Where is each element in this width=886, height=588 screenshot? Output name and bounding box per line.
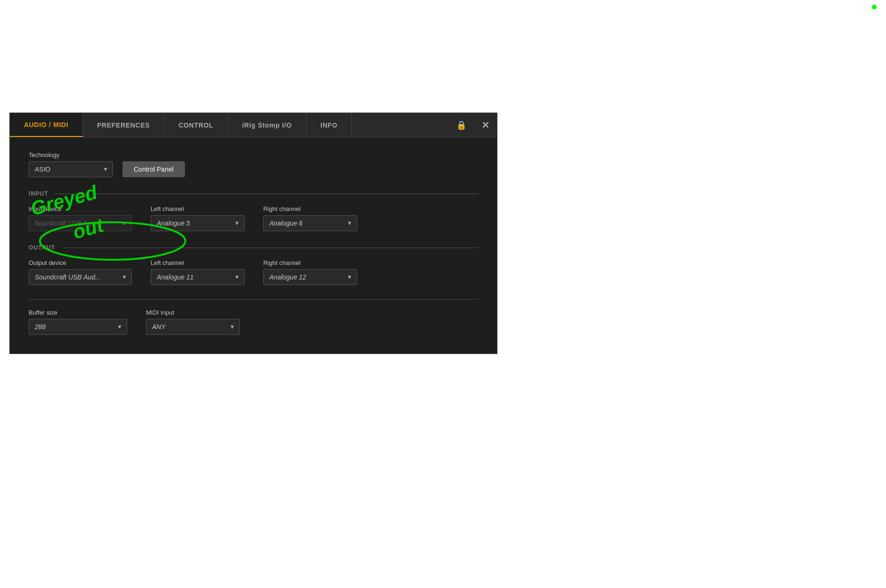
close-button[interactable]: ✕ xyxy=(474,113,497,137)
technology-row: Technology ASIO WASAPI DirectSound ▼ Con… xyxy=(29,151,478,177)
input-device-select-wrapper: Soundcraft USB Aud... None ▼ xyxy=(29,215,132,231)
input-right-channel-field: Right channel Analogue 6 Analogue 1 Anal… xyxy=(263,205,357,231)
input-left-channel-select-wrapper: Analogue 5 Analogue 1 Analogue 2 ▼ xyxy=(151,215,244,231)
midi-input-select-wrapper: ANY None ▼ xyxy=(146,319,240,335)
buffer-size-select[interactable]: 288 512 1024 2048 xyxy=(29,319,127,335)
technology-select[interactable]: ASIO WASAPI DirectSound xyxy=(29,161,113,177)
input-device-select[interactable]: Soundcraft USB Aud... None xyxy=(29,215,132,231)
tab-preferences[interactable]: PREFERENCES xyxy=(83,113,165,137)
tab-control[interactable]: CONTROL xyxy=(164,113,228,137)
input-right-channel-label: Right channel xyxy=(263,205,357,212)
tab-irig-stomp[interactable]: iRig Stomp I/O xyxy=(228,113,306,137)
output-device-select-wrapper: Soundcraft USB Aud... None ▼ xyxy=(29,269,132,285)
dialog-content: Technology ASIO WASAPI DirectSound ▼ Con… xyxy=(10,137,497,354)
output-right-channel-field: Right channel Analogue 12 Analogue 1 Ana… xyxy=(263,259,357,285)
input-section-header: INPUT xyxy=(29,190,478,197)
output-section-label: OUTPUT xyxy=(29,244,55,251)
output-device-row: Output device Soundcraft USB Aud... None… xyxy=(29,259,478,285)
technology-field: Technology ASIO WASAPI DirectSound ▼ xyxy=(29,151,113,177)
tab-audio-midi[interactable]: AUDIO / MIDI xyxy=(10,113,83,137)
input-right-channel-select[interactable]: Analogue 6 Analogue 1 Analogue 2 xyxy=(263,215,357,231)
input-device-row: Input device Soundcraft USB Aud... None … xyxy=(29,205,478,231)
lock-icon[interactable]: 🔒 xyxy=(449,113,474,137)
tab-bar: AUDIO / MIDI PREFERENCES CONTROL iRig St… xyxy=(10,113,497,137)
input-left-channel-field: Left channel Analogue 5 Analogue 1 Analo… xyxy=(151,205,244,231)
output-device-label: Output device xyxy=(29,259,132,266)
input-device-field: Input device Soundcraft USB Aud... None … xyxy=(29,205,132,231)
status-indicator xyxy=(872,5,877,9)
output-section-header: OUTPUT xyxy=(29,244,478,251)
audio-midi-dialog: AUDIO / MIDI PREFERENCES CONTROL iRig St… xyxy=(9,113,497,354)
buffer-size-select-wrapper: 288 512 1024 2048 ▼ xyxy=(29,319,127,335)
input-section-label: INPUT xyxy=(29,190,48,197)
control-panel-button[interactable]: Control Panel xyxy=(122,161,185,177)
midi-input-select[interactable]: ANY None xyxy=(146,319,240,335)
technology-select-wrapper: ASIO WASAPI DirectSound ▼ xyxy=(29,161,113,177)
midi-input-label: MIDI Input xyxy=(146,309,240,316)
bottom-row: Buffer size 288 512 1024 2048 ▼ MIDI Inp… xyxy=(29,309,478,335)
output-device-select[interactable]: Soundcraft USB Aud... None xyxy=(29,269,132,285)
output-left-channel-field: Left channel Analogue 11 Analogue 1 Anal… xyxy=(151,259,244,285)
buffer-size-label: Buffer size xyxy=(29,309,127,316)
bottom-divider xyxy=(29,299,478,300)
technology-label: Technology xyxy=(29,151,113,158)
output-divider xyxy=(62,248,478,248)
output-left-channel-select-wrapper: Analogue 11 Analogue 1 Analogue 2 ▼ xyxy=(151,269,244,285)
output-device-field: Output device Soundcraft USB Aud... None… xyxy=(29,259,132,285)
input-left-channel-select[interactable]: Analogue 5 Analogue 1 Analogue 2 xyxy=(151,215,244,231)
output-left-channel-label: Left channel xyxy=(151,259,244,266)
output-right-channel-select[interactable]: Analogue 12 Analogue 1 Analogue 2 xyxy=(263,269,357,285)
input-left-channel-label: Left channel xyxy=(151,205,244,212)
midi-input-field: MIDI Input ANY None ▼ xyxy=(146,309,240,335)
output-right-channel-select-wrapper: Analogue 12 Analogue 1 Analogue 2 ▼ xyxy=(263,269,357,285)
input-divider xyxy=(55,194,478,194)
output-left-channel-select[interactable]: Analogue 11 Analogue 1 Analogue 2 xyxy=(151,269,244,285)
output-right-channel-label: Right channel xyxy=(263,259,357,266)
input-right-channel-select-wrapper: Analogue 6 Analogue 1 Analogue 2 ▼ xyxy=(263,215,357,231)
tab-info[interactable]: INFO xyxy=(306,113,352,137)
input-device-label: Input device xyxy=(29,205,132,212)
buffer-size-field: Buffer size 288 512 1024 2048 ▼ xyxy=(29,309,127,335)
